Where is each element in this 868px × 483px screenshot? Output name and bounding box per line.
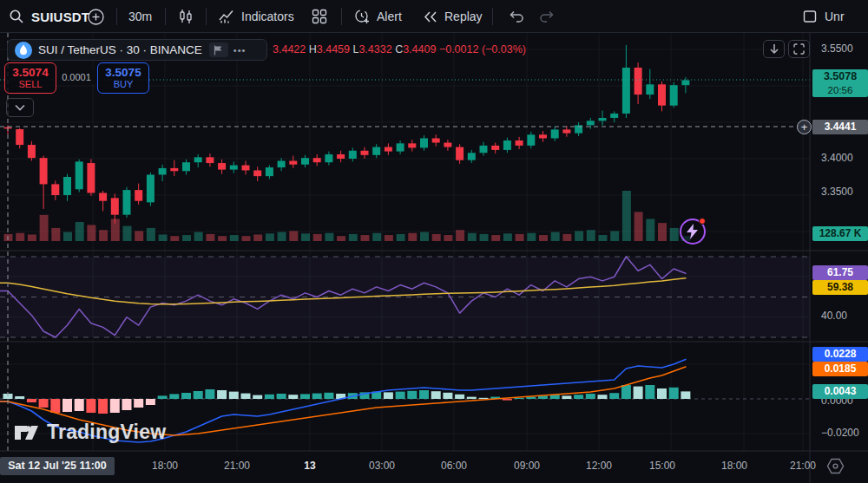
tradingview-app: SUIUSDT 30m Indicators Alert Replay [0, 0, 868, 483]
price-axis-label: 3.4000 [821, 152, 868, 164]
time-axis-label: 13 [304, 460, 315, 472]
ohlc-high: 3.4459 [317, 43, 350, 55]
replay-button[interactable]: Replay [422, 0, 483, 33]
time-axis-label: 06:00 [441, 460, 467, 472]
tradingview-logo-icon [14, 421, 40, 444]
time-axis-label: 18:00 [152, 460, 178, 472]
top-toolbar: SUIUSDT 30m Indicators Alert Replay [0, 0, 868, 33]
ohlc-open: 3.4422 [273, 43, 306, 55]
legend-more-button[interactable]: ••• [233, 45, 247, 55]
symbol-legend[interactable]: SUI / TetherUS · 30 · BINANCE ••• [7, 39, 267, 61]
compare-button[interactable] [87, 0, 105, 33]
arrow-down-icon [769, 43, 779, 55]
toolbar-divider [341, 8, 342, 25]
indicator-value-badge: 61.75 [812, 265, 868, 280]
layout-square-icon [802, 9, 818, 24]
time-axis-label: 18:00 [721, 460, 747, 472]
price-axis-label: 40.00 [821, 310, 868, 322]
notification-dot [699, 218, 706, 225]
redo-button[interactable] [538, 0, 556, 33]
replay-icon [422, 9, 438, 25]
indicator-value-badge: 59.38 [812, 280, 868, 295]
crosshair-plus-button[interactable]: + [797, 120, 812, 134]
spread-value: 0.0001 [57, 70, 95, 84]
alert-button[interactable]: Alert [353, 0, 402, 33]
layout-grid-icon [311, 8, 328, 25]
indicator-value-badge: 0.0185 [812, 362, 868, 376]
current-price: 3.5078 [812, 69, 868, 84]
save-layout-button[interactable] [802, 0, 818, 33]
current-price-badge[interactable]: 3.5078 20:56 [812, 69, 868, 97]
alert-clock-icon [353, 8, 371, 25]
layout-grid-button[interactable] [311, 0, 328, 33]
time-axis-label: 21:00 [790, 460, 816, 472]
search-icon [9, 9, 24, 24]
watermark-text: TradingView [47, 421, 166, 444]
maximize-pane-button[interactable] [788, 40, 810, 58]
buy-label: BUY [114, 79, 134, 90]
symbol-title[interactable]: SUI / TetherUS · 30 · BINANCE [38, 43, 202, 56]
maximize-icon [793, 43, 805, 55]
lightning-icon [687, 224, 699, 239]
indicator-value-badge: 3.4441 [812, 120, 868, 134]
candlestick-icon [177, 8, 194, 25]
flag-icon [214, 45, 223, 55]
layout-name[interactable]: Unr [825, 0, 868, 33]
ohlc-close: 3.4409 [403, 43, 436, 55]
symbol-name[interactable]: SUIUSDT [31, 10, 89, 24]
price-axis-label: 3.5500 [821, 42, 868, 55]
price-axis-label: 3.3500 [821, 186, 868, 198]
sell-label: SELL [19, 79, 43, 90]
redo-icon [538, 8, 556, 25]
toolbar-divider [492, 8, 493, 25]
sell-button[interactable]: 3.5074 SELL [4, 62, 56, 94]
collapse-trade-panel-button[interactable] [6, 98, 34, 117]
chart-style-button[interactable] [177, 0, 194, 33]
sui-logo [15, 42, 32, 59]
flag-symbol-button[interactable] [209, 42, 228, 57]
time-axis-label: 12:00 [586, 460, 612, 472]
time-axis-label: 21:00 [224, 460, 250, 472]
indicator-value-badge: 128.67 K [812, 226, 868, 241]
sell-price: 3.5074 [12, 66, 48, 79]
crosshair-time-badge: Sat 12 Jul '25 11:00 [0, 457, 115, 475]
indicators-button[interactable]: Indicators [218, 0, 294, 33]
indicator-value-badge: 0.0228 [812, 347, 868, 362]
indicators-icon [218, 8, 235, 25]
tradingview-watermark: TradingView [14, 421, 166, 444]
ohlc-values: 3.4422 H3.4459 L3.4332 C3.4409 −0.0012 (… [273, 43, 526, 55]
symbol-search-button[interactable]: SUIUSDT [9, 0, 89, 33]
interval-label: 30m [128, 10, 152, 23]
time-axis-label: 15:00 [649, 460, 675, 472]
undo-button[interactable] [508, 0, 525, 33]
buy-button[interactable]: 3.5075 BUY [97, 62, 149, 94]
toolbar-divider [165, 8, 166, 25]
interval-button[interactable]: 30m [128, 0, 152, 33]
undo-icon [508, 8, 525, 25]
toolbar-divider [206, 8, 207, 25]
time-axis-label: 03:00 [369, 460, 395, 472]
chevron-down-icon [15, 104, 25, 111]
scroll-to-recent-button[interactable] [763, 40, 785, 58]
ohlc-low: 3.4332 [358, 43, 391, 55]
replay-label: Replay [444, 10, 483, 23]
toolbar-divider [116, 8, 117, 25]
timezone-settings-button[interactable] [826, 457, 845, 479]
bar-countdown: 20:56 [812, 84, 868, 96]
ohlc-close-label: C [395, 43, 403, 55]
alert-label: Alert [377, 10, 402, 23]
time-axis-label: 09:00 [514, 460, 540, 472]
price-axis-label: −0.0200 [821, 427, 868, 439]
plus-circle-icon [87, 8, 105, 26]
indicators-label: Indicators [241, 10, 294, 23]
indicator-value-badge: 0.0043 [812, 384, 868, 399]
ohlc-change: −0.0012 (−0.03%) [439, 43, 526, 55]
ohlc-high-label: H [309, 43, 317, 55]
hexagon-settings-icon [826, 457, 845, 475]
buy-price: 3.5075 [105, 66, 141, 79]
boost-lightning-button[interactable] [680, 219, 706, 245]
